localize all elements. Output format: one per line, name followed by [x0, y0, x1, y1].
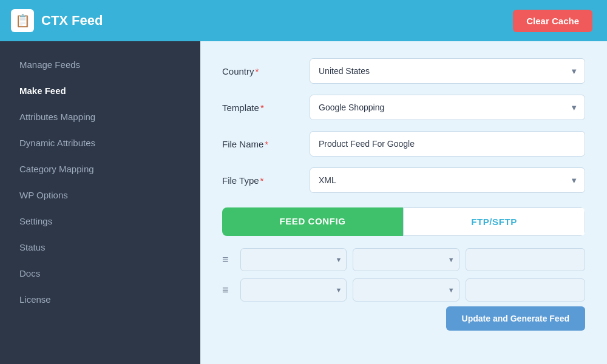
drag-handle-icon-1[interactable]: ≡	[222, 254, 234, 266]
filename-input[interactable]	[310, 131, 585, 157]
sidebar-item-status[interactable]: Status	[5, 235, 195, 260]
country-select[interactable]: United States	[310, 58, 585, 84]
tab-feed-config[interactable]: FEED CONFIG	[222, 207, 403, 236]
filetype-select-wrapper: XML ▼	[310, 167, 585, 193]
tab-ftp-sftp[interactable]: FTP/SFTP	[403, 207, 585, 236]
template-select-wrapper: Google Shopping ▼	[310, 95, 585, 120]
filetype-label: File Type*	[222, 175, 295, 186]
config-row-1: ≡ ▼ ▼	[222, 248, 585, 271]
feed-config-rows: ≡ ▼ ▼ ≡	[222, 248, 585, 302]
country-row: Country* United States ▼	[222, 58, 585, 84]
app-title: CTX Feed	[41, 13, 103, 29]
config-row-2: ≡ ▼ ▼	[222, 278, 585, 302]
filename-required-star: *	[265, 139, 268, 149]
country-select-wrapper: United States ▼	[310, 58, 585, 84]
config-select-2b[interactable]	[353, 278, 459, 302]
sidebar-item-manage-feeds[interactable]: Manage Feeds	[5, 52, 195, 77]
sidebar-item-wp-options[interactable]: WP Options	[5, 183, 195, 207]
sidebar-item-attributes-mapping[interactable]: Attributes Mapping	[5, 104, 195, 129]
config-input-2[interactable]	[466, 278, 585, 302]
filetype-row: File Type* XML ▼	[222, 167, 585, 193]
country-required-star: *	[256, 66, 259, 76]
sidebar: 📋 CTX Feed Manage Feeds Make Feed Attrib…	[0, 0, 200, 364]
sidebar-nav: Manage Feeds Make Feed Attributes Mappin…	[0, 41, 200, 323]
filetype-required-star: *	[260, 175, 264, 186]
sidebar-item-category-mapping[interactable]: Category Mapping	[5, 157, 195, 181]
sidebar-item-license[interactable]: License	[5, 287, 195, 312]
config-select-2b-wrapper: ▼	[353, 278, 459, 302]
filename-row: File Name*	[222, 131, 585, 157]
template-label: Template*	[222, 103, 295, 113]
form-area: Country* United States ▼ Template* Googl…	[200, 41, 607, 364]
config-select-1a-wrapper: ▼	[240, 248, 347, 271]
sidebar-item-make-feed[interactable]: Make Feed	[5, 78, 195, 103]
config-select-1b-wrapper: ▼	[353, 248, 459, 271]
country-label: Country*	[222, 66, 295, 76]
main-content: Clear Cache Country* United States ▼ Tem…	[200, 0, 607, 364]
sidebar-item-dynamic-attributes[interactable]: Dynamic Attributes	[5, 130, 195, 155]
logo-icon: 📋	[11, 9, 34, 32]
clear-cache-button[interactable]: Clear Cache	[513, 10, 592, 32]
config-input-1[interactable]	[466, 248, 585, 271]
config-select-2a[interactable]	[240, 278, 347, 302]
update-generate-button[interactable]: Update and Generate Feed	[446, 306, 585, 331]
config-select-2a-wrapper: ▼	[240, 278, 347, 302]
template-required-star: *	[260, 103, 264, 113]
template-select[interactable]: Google Shopping	[310, 95, 585, 120]
sidebar-item-docs[interactable]: Docs	[5, 261, 195, 286]
config-select-1a[interactable]	[240, 248, 347, 271]
sidebar-item-settings[interactable]: Settings	[5, 209, 195, 234]
filename-label: File Name*	[222, 139, 295, 149]
bottom-bar: Update and Generate Feed	[222, 302, 585, 331]
drag-handle-icon-2[interactable]: ≡	[222, 284, 234, 297]
config-select-1b[interactable]	[353, 248, 459, 271]
filetype-select[interactable]: XML	[310, 167, 585, 193]
template-row: Template* Google Shopping ▼	[222, 95, 585, 120]
sidebar-header: 📋 CTX Feed	[0, 0, 200, 41]
main-header: Clear Cache	[200, 0, 607, 41]
form-section: Country* United States ▼ Template* Googl…	[222, 58, 585, 193]
tabs-section: FEED CONFIG FTP/SFTP	[222, 207, 585, 236]
